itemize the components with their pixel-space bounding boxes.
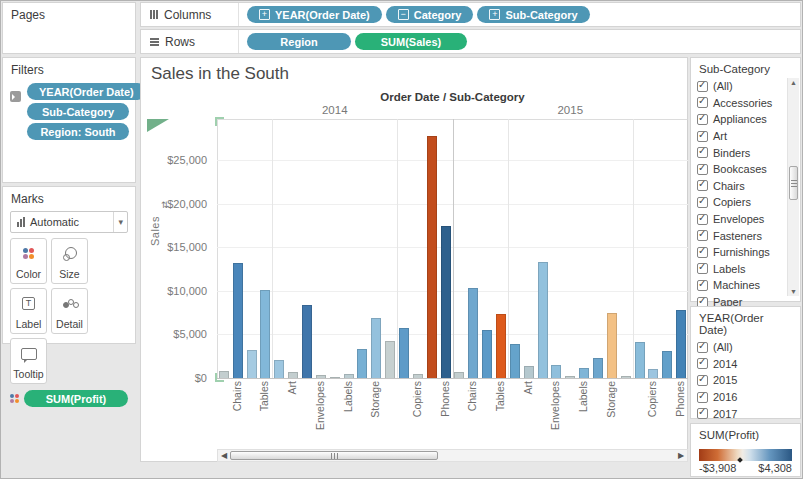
filter-pill-year-order-date[interactable]: YEAR(Order Date) [27, 83, 146, 100]
bar[interactable] [344, 374, 354, 378]
scroll-left-icon[interactable]: ◀ [218, 451, 230, 460]
bar[interactable] [357, 349, 367, 378]
worksheet[interactable]: Sales in the South Order Date / Sub-Cate… [140, 57, 688, 462]
columns-shelf[interactable]: Columns + YEAR(Order Date) − Category + … [140, 2, 801, 27]
horizontal-scrollbar[interactable]: ◀ ▶ [217, 449, 688, 462]
color-button[interactable]: Color [10, 238, 47, 284]
checkbox-checked-icon [697, 97, 708, 108]
size-icon [52, 239, 87, 268]
vertical-scrollbar[interactable]: ▲ ▼ [787, 78, 799, 296]
filter-item[interactable]: Appliances [691, 111, 800, 128]
bar[interactable] [247, 350, 257, 378]
size-button[interactable]: Size [51, 238, 88, 284]
rows-pill-sum-sales[interactable]: SUM(Sales) [355, 33, 467, 50]
rows-shelf[interactable]: Rows Region SUM(Sales) [140, 29, 801, 54]
bar[interactable] [260, 290, 270, 378]
bar[interactable] [468, 288, 478, 378]
profit-color-gradient[interactable] [699, 449, 792, 461]
bar[interactable] [399, 328, 409, 378]
bar[interactable] [427, 136, 437, 378]
bar[interactable] [413, 374, 423, 378]
bar[interactable] [524, 366, 534, 378]
filter-item[interactable]: Labels [691, 261, 800, 278]
collapse-icon[interactable]: − [398, 9, 409, 20]
filter-item[interactable]: Fasteners [691, 227, 800, 244]
bar[interactable] [496, 314, 506, 378]
subcategory-filter-title: Sub-Category [691, 58, 800, 78]
bar[interactable] [510, 344, 520, 378]
bar[interactable] [288, 372, 298, 378]
bar[interactable] [233, 263, 243, 378]
bar[interactable] [385, 341, 395, 378]
columns-pill-year-order-date[interactable]: + YEAR(Order Date) [247, 6, 382, 23]
bar[interactable] [648, 369, 658, 378]
columns-pill-sub-category[interactable]: + Sub-Category [477, 6, 589, 23]
filter-item[interactable]: Furnishings [691, 244, 800, 261]
year-filter-card: YEAR(Order Date) (All) 2014 2015 2016 20… [690, 306, 801, 419]
filter-item[interactable]: Accessories [691, 95, 800, 112]
marks-pill-sum-profit[interactable]: SUM(Profit) [24, 390, 128, 407]
columns-pill-category[interactable]: − Category [386, 6, 474, 23]
tooltip-button[interactable]: Tooltip [10, 338, 47, 384]
bar[interactable] [607, 313, 617, 378]
scroll-right-icon[interactable]: ▶ [675, 451, 687, 460]
rows-pill-region[interactable]: Region [247, 33, 351, 50]
year-filter-title: YEAR(Order Date) [691, 307, 800, 339]
bar[interactable] [565, 376, 575, 378]
filter-item[interactable]: 2017 [691, 405, 800, 422]
filter-item[interactable]: Binders [691, 144, 800, 161]
filter-item[interactable]: 2015 [691, 372, 800, 389]
scroll-up-icon[interactable]: ▲ [788, 79, 799, 86]
bar[interactable] [551, 365, 561, 378]
bar[interactable] [579, 368, 589, 378]
filter-item[interactable]: Envelopes [691, 211, 800, 228]
x-axis-label: Labels [577, 381, 589, 445]
expand-icon[interactable]: + [259, 9, 270, 20]
bar[interactable] [330, 377, 340, 379]
filter-item[interactable]: 2014 [691, 356, 800, 373]
scrollbar-thumb[interactable] [789, 166, 798, 200]
bar[interactable] [441, 226, 451, 378]
filter-item-all[interactable]: (All) [691, 339, 800, 356]
bar[interactable] [371, 318, 381, 378]
expand-icon[interactable]: + [489, 9, 500, 20]
label-button[interactable]: T Label [10, 288, 47, 334]
bar[interactable] [676, 310, 686, 378]
mark-type-dropdown[interactable]: Automatic ▾ [10, 211, 128, 233]
x-axis-label: Storage [605, 381, 617, 445]
filter-item[interactable]: Copiers [691, 194, 800, 211]
x-axis-label: Labels [342, 381, 354, 445]
filter-item-all[interactable]: (All) [691, 78, 800, 95]
bar[interactable] [219, 371, 229, 378]
filter-item[interactable]: Machines [691, 277, 800, 294]
profit-legend-title: SUM(Profit) [691, 424, 800, 444]
bar[interactable] [454, 372, 464, 378]
column-field-header: Order Date / Sub-Category [217, 91, 688, 103]
x-axis-label: Art [286, 381, 298, 445]
x-axis-label: Tables [494, 381, 506, 445]
bar[interactable] [662, 351, 672, 378]
bar[interactable] [635, 342, 645, 378]
pill-label: YEAR(Order Date) [275, 9, 370, 21]
chevron-down-icon[interactable]: ▾ [113, 212, 127, 232]
filter-pill-region-south[interactable]: Region: South [27, 123, 129, 140]
filter-item[interactable]: Art [691, 128, 800, 145]
scrollbar-thumb[interactable] [230, 451, 438, 460]
bar[interactable] [482, 330, 492, 378]
bar[interactable] [593, 358, 603, 378]
context-filter-icon [10, 91, 21, 102]
bar[interactable] [274, 360, 284, 378]
detail-button[interactable]: Detail [51, 288, 88, 334]
bar[interactable] [302, 305, 312, 378]
filter-pill-sub-category[interactable]: Sub-Category [27, 103, 129, 120]
scroll-down-icon[interactable]: ▼ [788, 288, 799, 295]
filter-item[interactable]: Bookcases [691, 161, 800, 178]
bar[interactable] [621, 376, 631, 378]
y-tick-label: $15,000 [137, 241, 207, 253]
row-header-selection-triangle[interactable] [147, 119, 169, 132]
detail-icon [52, 289, 87, 318]
filter-item[interactable]: Chairs [691, 178, 800, 195]
filter-item[interactable]: 2016 [691, 389, 800, 406]
bar[interactable] [538, 262, 548, 378]
bar[interactable] [316, 375, 326, 378]
